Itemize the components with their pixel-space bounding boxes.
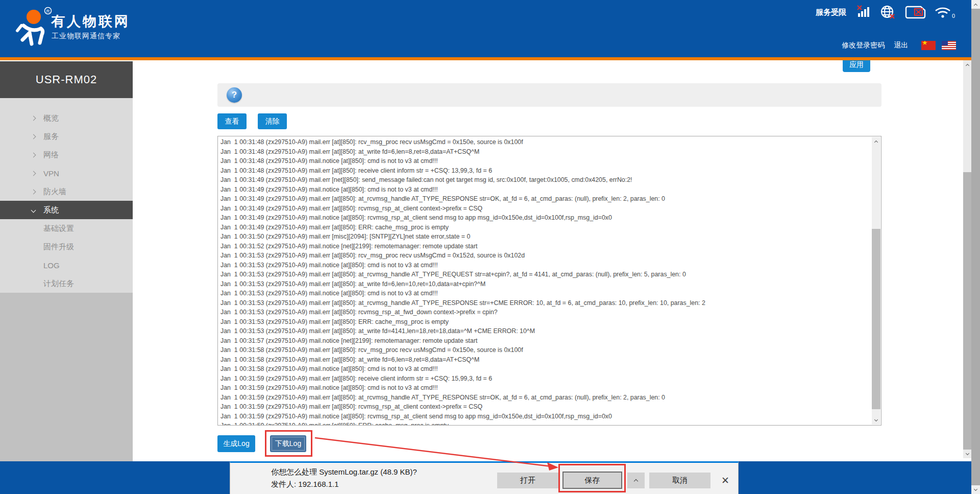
- generate-log-button[interactable]: 生成Log: [217, 435, 255, 452]
- browser-scrollbar[interactable]: [971, 0, 980, 494]
- browser-scrollbar-thumb[interactable]: [971, 9, 980, 485]
- chevron-right-icon: [31, 189, 36, 194]
- sidebar-subitem-LOG[interactable]: LOG: [43, 256, 133, 274]
- brand-tagline: 工业物联网通信专家: [52, 32, 120, 41]
- scroll-down-icon[interactable]: [971, 485, 980, 494]
- chevron-right-icon: [31, 134, 36, 139]
- scroll-down-icon[interactable]: [872, 416, 880, 425]
- download-message: 你想怎么处理 SystemLog.tar.gz (48.9 KB)?: [271, 467, 417, 477]
- app-header: R 有人物联网 工业物联网通信专家 服务受限: [0, 0, 971, 57]
- change-password-link[interactable]: 修改登录密码: [842, 41, 885, 49]
- download-sender: 发件人: 192.168.1.1: [271, 480, 339, 489]
- service-status-label: 服务受限: [816, 8, 846, 17]
- flag-china-icon[interactable]: ★: [921, 41, 936, 50]
- wifi-icon: 0: [934, 5, 955, 21]
- close-icon[interactable]: ✕: [716, 472, 734, 489]
- sidebar-item-系统[interactable]: 系统: [0, 201, 133, 219]
- sidebar-item-label: 网络: [43, 150, 59, 160]
- log-textarea[interactable]: Jan 1 00:31:48 (zx297510-A9) mail.err [a…: [217, 136, 881, 426]
- help-panel: ?: [217, 83, 881, 107]
- scroll-up-icon[interactable]: [872, 137, 880, 146]
- scroll-up-icon[interactable]: [963, 60, 971, 69]
- page-scrollbar-thumb[interactable]: [963, 172, 971, 450]
- logout-link[interactable]: 退出: [894, 41, 908, 49]
- download-log-button[interactable]: 下载Log: [270, 435, 306, 452]
- scroll-up-icon[interactable]: [971, 0, 980, 9]
- sidebar-item-label: 系统: [43, 205, 59, 215]
- sidebar-filler: [0, 293, 133, 461]
- sidebar-item-VPN[interactable]: VPN: [0, 164, 133, 182]
- sidebar-subitem-基础设置[interactable]: 基础设置: [43, 219, 133, 238]
- open-button[interactable]: 打开: [497, 473, 558, 488]
- sim-card-icon: [904, 5, 928, 21]
- chevron-right-icon: [31, 115, 36, 121]
- view-log-button[interactable]: 查看: [217, 113, 247, 129]
- sidebar-item-label: VPN: [43, 169, 59, 178]
- accent-divider: [0, 57, 971, 60]
- chevron-right-icon: [31, 152, 36, 157]
- sidebar-item-网络[interactable]: 网络: [0, 146, 133, 164]
- save-button[interactable]: 保存: [562, 472, 622, 489]
- save-options-chevron-button[interactable]: [627, 473, 645, 488]
- flag-us-icon[interactable]: [942, 41, 956, 50]
- log-scrollbar-thumb[interactable]: [872, 229, 880, 409]
- sidebar-subitem-计划任务[interactable]: 计划任务: [43, 274, 133, 293]
- sidebar-item-防火墙[interactable]: 防火墙: [0, 182, 133, 201]
- log-content: Jan 1 00:31:48 (zx297510-A9) mail.err [a…: [220, 137, 870, 425]
- page-scrollbar[interactable]: [963, 60, 971, 458]
- log-scrollbar[interactable]: [872, 137, 880, 425]
- chevron-right-icon: [31, 171, 36, 176]
- device-name: USR-RM02: [0, 61, 133, 98]
- globe-icon: [879, 5, 896, 21]
- sidebar-item-概览[interactable]: 概览: [0, 109, 133, 127]
- cancel-button[interactable]: 取消: [649, 473, 710, 488]
- sidebar-item-label: 服务: [43, 132, 59, 142]
- sidebar-item-label: 概览: [43, 113, 59, 123]
- help-icon[interactable]: ?: [227, 87, 242, 103]
- scroll-down-icon[interactable]: [963, 450, 971, 458]
- clear-log-button[interactable]: 清除: [258, 113, 287, 129]
- sidebar-item-label: 防火墙: [43, 187, 66, 197]
- person-logo-icon: R: [9, 3, 58, 54]
- brand-title: 有人物联网: [51, 12, 130, 31]
- sidebar-subitem-固件升级[interactable]: 固件升级: [43, 238, 133, 256]
- sidebar-item-服务[interactable]: 服务: [0, 127, 133, 146]
- chevron-down-icon: [31, 207, 36, 213]
- download-notification-bar: 你想怎么处理 SystemLog.tar.gz (48.9 KB)? 发件人: …: [230, 461, 739, 494]
- wifi-count-badge: 0: [952, 13, 955, 19]
- signal-strength-icon: [856, 5, 871, 20]
- svg-text:R: R: [46, 9, 50, 14]
